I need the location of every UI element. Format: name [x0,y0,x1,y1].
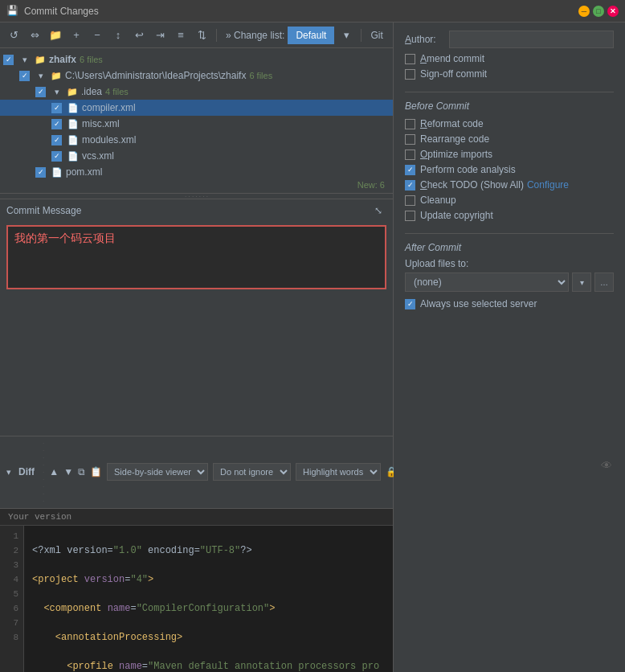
file-modules-icon: 📄 [67,133,80,146]
tree-item-modules[interactable]: ✓ 📄 modules.xml [0,132,393,148]
diff-header: ▾ Diff · · · · · · · · · ▲ ▼ ⧉ 📋 Side-by… [0,436,393,509]
upload-settings-btn[interactable]: … [594,272,614,292]
tree-item-misc[interactable]: ✓ 📄 misc.xml [0,116,393,132]
reformat-row: Reformat code [405,118,614,129]
toolbar-arrow-btn[interactable]: ↕ [109,27,127,44]
toolbar-sort-btn[interactable]: ⇅ [193,27,210,44]
code-line-2: <project version="4"> [32,572,385,587]
expand-idea-icon[interactable]: ▾ [51,85,63,98]
tree-item-compiler[interactable]: ✓ 📄 compiler.xml [0,100,393,116]
tree-label-idea: .idea [81,86,102,97]
perform-checkbox[interactable]: ✓ [405,165,415,175]
line-num-1: 1 [5,529,18,543]
minimize-button[interactable]: ─ [578,6,590,17]
checkbox-root[interactable]: ✓ [3,55,14,65]
tree-label-vcs: vcs.xml [82,150,114,162]
commit-message-label: Commit Message [6,205,81,216]
signoff-checkbox[interactable] [405,69,415,80]
left-panel: ↺ ⇔ 📁 + − ↕ ↩ ⇥ ≡ ⇅ » Change list: Defau… [0,23,394,672]
check-todo-row: ✓ Check TODO (Show All) Configure [405,179,614,191]
folder-root-icon: 📁 [34,53,47,66]
toolbar-refresh-btn[interactable]: ↺ [5,27,22,44]
rearrange-checkbox[interactable] [405,134,415,145]
diff-up-btn[interactable]: ▲ [49,464,59,480]
highlight-dropdown[interactable]: Highlight words [296,463,381,481]
code-line-1: <?xml version="1.0" encoding="UTF-8"?> [32,543,385,558]
cleanup-label: Cleanup [420,195,456,206]
toolbar-minus-btn[interactable]: − [88,27,106,44]
tree-badge-idea: 4 files [105,87,129,96]
toolbar-undo-btn[interactable]: ↩ [130,27,148,44]
author-row: Author: [405,31,614,48]
tree-label-root: zhaifx [49,54,76,65]
commit-textarea-wrapper: 我的第一个码云项目 [0,222,393,436]
check-todo-checkbox[interactable]: ✓ [405,180,415,191]
tree-item-pom[interactable]: ✓ 📄 pom.xml [0,164,393,180]
commit-message-input[interactable]: 我的第一个码云项目 [6,225,386,289]
default-tab[interactable]: Default [288,27,334,44]
toolbar-sep-1 [216,29,217,42]
checkbox-idea[interactable]: ✓ [35,87,46,97]
always-use-checkbox[interactable]: ✓ [405,299,415,309]
divider-2 [405,233,614,234]
tab-dropdown-btn[interactable]: ▾ [337,27,355,44]
diff-down-btn[interactable]: ▼ [63,464,73,480]
expand-path-icon[interactable]: ▾ [35,69,47,82]
code-view[interactable]: Your version 1 2 3 4 5 6 7 8 <?xml versi… [0,509,393,673]
update-copyright-checkbox[interactable] [405,211,415,221]
close-button[interactable]: ✕ [607,6,619,17]
line-numbers: 1 2 3 4 5 6 7 8 [0,526,24,673]
amend-checkbox[interactable] [405,54,415,64]
right-panel: Author: Amend commit Sign-off commit Bef… [394,23,625,672]
toolbar-move-btn[interactable]: ⇥ [151,27,169,44]
toolbar-diff-btn[interactable]: ⇔ [26,27,43,44]
tree-label-path: C:\Users\Administrator\IdeaProjects\zhai… [65,70,246,81]
amend-row: Amend commit [405,53,614,64]
window-title: Commit Changes [24,6,578,17]
toolbar-plus-btn[interactable]: + [67,27,85,44]
diff-expand-icon[interactable]: ▾ [6,465,11,478]
viewer-dropdown[interactable]: Side-by-side viewer [107,463,208,481]
tree-item-root[interactable]: ✓ ▾ 📁 zhaifx 6 files [0,51,393,68]
code-line-4: <annotationProcessing> [32,630,385,645]
window-controls[interactable]: ─ □ ✕ [578,6,619,17]
checkbox-pom[interactable]: ✓ [35,167,46,178]
tree-item-vcs[interactable]: ✓ 📄 vcs.xml [0,148,393,164]
before-commit-title: Before Commit [405,100,614,112]
tree-item-path[interactable]: ✓ ▾ 📁 C:\Users\Administrator\IdeaProject… [0,68,393,84]
configure-link[interactable]: Configure [527,179,569,191]
maximize-button[interactable]: □ [593,6,604,17]
upload-dropdown[interactable]: (none) [405,272,569,292]
ignore-dropdown[interactable]: Do not ignore [213,463,291,481]
code-content: <?xml version="1.0" encoding="UTF-8"?> <… [24,526,393,673]
tree-item-idea[interactable]: ✓ ▾ 📁 .idea 4 files [0,84,393,100]
checkbox-compiler[interactable]: ✓ [51,103,62,113]
checkbox-modules[interactable]: ✓ [51,135,62,145]
diff-copy-btn[interactable]: ⧉ [78,464,85,480]
signoff-row: Sign-off commit [405,68,614,80]
diff-title: Diff [18,466,35,477]
checkbox-path[interactable]: ✓ [19,71,30,81]
reformat-checkbox[interactable] [405,119,415,129]
resize-handle-1[interactable]: · · · · · · · [0,193,393,199]
toolbar-list-btn[interactable]: ≡ [172,27,190,44]
diff-view-btn[interactable]: 📋 [90,464,102,480]
upload-dropdown-arrow[interactable]: ▾ [572,272,591,292]
toolbar-folder-btn[interactable]: 📁 [47,27,64,44]
optimize-checkbox[interactable] [405,150,415,160]
divider-1 [405,92,614,92]
folder-path-icon: 📁 [50,69,63,82]
cleanup-checkbox[interactable] [405,195,415,206]
reformat-label: Reformat code [420,118,484,129]
checkbox-misc[interactable]: ✓ [51,119,62,129]
tree-badge-root: 6 files [80,55,103,64]
author-input[interactable] [449,31,614,48]
line-num-6: 6 [5,601,18,616]
commit-expand-btn[interactable]: ⤡ [370,203,386,219]
line-num-4: 4 [5,572,18,587]
new-badge: New: 6 [0,180,393,190]
checkbox-vcs[interactable]: ✓ [51,151,62,162]
line-num-5: 5 [5,587,18,601]
rearrange-label: Rearrange code [420,133,489,145]
expand-root-icon[interactable]: ▾ [18,53,31,66]
